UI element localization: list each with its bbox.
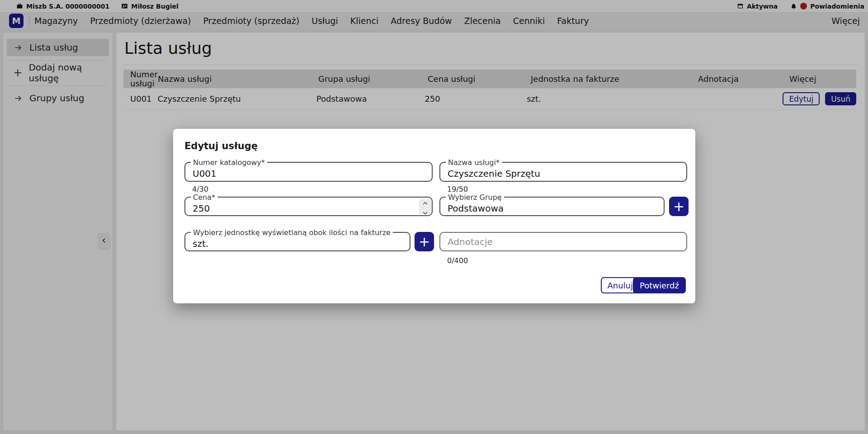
price-input[interactable] <box>185 198 432 215</box>
catalog-number-label: Numer katalogowy* <box>191 158 267 167</box>
group-select-label: Wybierz Grupę <box>446 193 504 202</box>
annotations-counter: 0/400 <box>447 256 468 265</box>
add-unit-button[interactable]: + <box>415 232 434 251</box>
add-group-button[interactable]: + <box>669 197 689 216</box>
group-select-field[interactable]: Wybierz Grupę <box>439 197 665 216</box>
app-root: Miszb S.A. 0000000001 Miłosz Bugiel Akty… <box>0 0 868 434</box>
annotations-input[interactable] <box>440 233 686 250</box>
chevron-down-icon <box>423 208 428 217</box>
unit-select-label: Wybierz jednostkę wyświetlaną obok ilośc… <box>191 228 393 237</box>
service-name-counter: 19/50 <box>447 185 468 193</box>
annotations-field <box>439 232 687 251</box>
confirm-button[interactable]: Potwierdź <box>633 277 686 293</box>
catalog-number-field: Numer katalogowy* <box>184 162 433 182</box>
catalog-number-counter: 4/30 <box>192 185 208 193</box>
edit-service-modal: Edytuj usługę Numer katalogowy* 4/30 Naz… <box>173 129 695 303</box>
unit-select-field[interactable]: Wybierz jednostkę wyświetlaną obok ilośc… <box>184 232 410 251</box>
chevron-up-icon <box>423 198 428 207</box>
service-name-field: Nazwa usługi* <box>439 162 687 182</box>
service-name-label: Nazwa usługi* <box>446 158 502 167</box>
price-stepper[interactable] <box>419 199 431 215</box>
modal-title: Edytuj usługę <box>184 141 258 151</box>
price-field: Cena* <box>184 197 433 216</box>
price-label: Cena* <box>191 193 217 202</box>
